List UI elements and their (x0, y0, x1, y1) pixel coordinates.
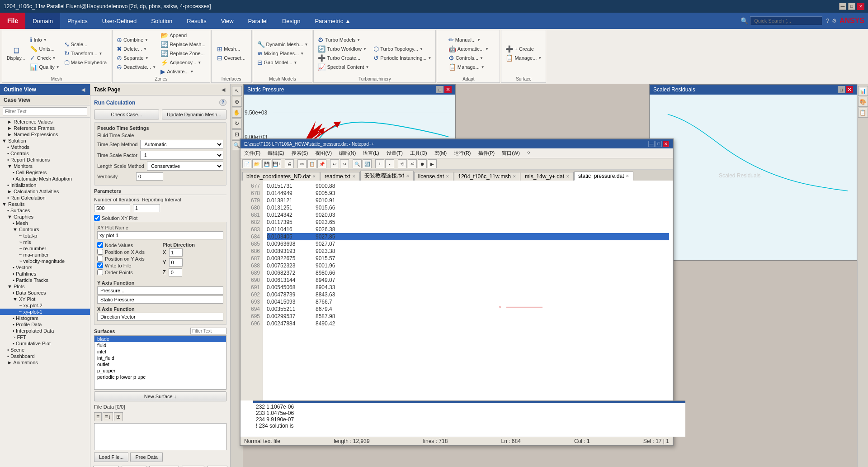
manage-button[interactable]: 📋 Manage... ▼ (447, 63, 490, 71)
transform-button[interactable]: ↻ Transform... ▼ (63, 49, 108, 57)
np-undo-btn[interactable]: ↩ (330, 159, 339, 168)
np-file-menu[interactable]: 文件(F) (241, 148, 264, 158)
tree-item-contours[interactable]: ▼ Contours (0, 226, 90, 233)
tree-item-fft[interactable]: ~ FFT (0, 334, 90, 340)
np-language-menu[interactable]: 语言(L) (359, 148, 382, 158)
zoom-tool[interactable]: ⊕ (232, 97, 242, 107)
manual-button[interactable]: ✏ Manual... ▼ (447, 36, 490, 44)
reporting-interval-input[interactable] (133, 204, 160, 212)
np-new-btn[interactable]: 📄 (242, 159, 251, 168)
y-dir-input[interactable] (169, 258, 183, 267)
xy-plot-name-input[interactable] (97, 231, 223, 239)
toolbar-grid-btn[interactable]: ⊞ (114, 412, 123, 421)
np-sync-btn[interactable]: ⟲ (398, 159, 407, 168)
solution-menu[interactable]: Solution (144, 13, 179, 29)
view-menu[interactable]: View (214, 13, 241, 29)
num-iterations-input[interactable] (94, 204, 130, 212)
np-close[interactable]: ✕ (663, 141, 669, 147)
deactivate-button[interactable]: ⊖ Deactivate... ▼ (115, 63, 157, 71)
tree-item-monitors[interactable]: ▼ Monitors (0, 163, 90, 169)
check-case-button[interactable]: Check Case... (94, 110, 159, 119)
right-tool-1[interactable]: 📊 (858, 86, 868, 96)
design-menu[interactable]: Design (275, 13, 307, 29)
replace-zone-button[interactable]: 🔄 Replace Zone... (159, 49, 207, 57)
np-minimize[interactable]: — (648, 141, 655, 147)
surface-fluid[interactable]: fluid (94, 342, 226, 348)
surface-outlet[interactable]: outlet (94, 361, 226, 367)
automatic-button[interactable]: 🤖 Automatic... ▼ (447, 45, 490, 53)
np-find-btn[interactable]: 🔍 (353, 159, 362, 168)
np-view-menu[interactable]: 视图(V) (311, 148, 335, 158)
np-zoom-in-btn[interactable]: + (375, 159, 384, 168)
surface-periodic[interactable]: periodic p lower p upc (94, 374, 226, 380)
tree-item-controls[interactable]: • Controls (0, 150, 90, 157)
tree-item-ma-number[interactable]: ~ ma-number (0, 252, 90, 258)
np-macro-rec-btn[interactable]: ⏺ (418, 159, 427, 168)
np-settings-menu[interactable]: 设置(T) (383, 148, 406, 158)
rotate-tool[interactable]: ↻ (232, 119, 242, 129)
node-values-checkbox[interactable] (97, 242, 103, 248)
task-info-button[interactable]: ? (219, 99, 226, 106)
static-pressure-button[interactable]: Static Pressure (97, 295, 223, 304)
load-file-button[interactable]: Load File... (94, 452, 128, 462)
sp-close-button[interactable]: ✕ (444, 86, 452, 93)
tree-item-run-calculation[interactable]: • Run Calculation (0, 195, 90, 201)
np-print-btn[interactable]: 🖨 (285, 159, 294, 168)
tree-item-histogram[interactable]: • Histogram (0, 315, 90, 321)
combine-button[interactable]: ⊕ Combine ▼ (115, 36, 157, 44)
np-help-menu[interactable]: ? (524, 149, 533, 157)
domain-menu[interactable]: Domain (25, 13, 60, 29)
np-zoom-out-btn[interactable]: - (385, 159, 394, 168)
tree-item-graphics[interactable]: ▼ Graphics (0, 214, 90, 220)
z-dir-input[interactable] (169, 268, 182, 276)
manage-surface-button[interactable]: 📋 Manage... ▼ (504, 54, 543, 62)
position-x-checkbox[interactable] (97, 249, 103, 255)
toolbar-list-btn[interactable]: ≡ (94, 412, 102, 421)
scale-button[interactable]: ⤡ Scale... (63, 40, 108, 48)
tree-item-solution[interactable]: ▼ Solution (0, 138, 90, 144)
pointer-tool[interactable]: ↖ (232, 86, 242, 96)
tree-item-plots[interactable]: ▼ Plots (0, 283, 90, 290)
np-tab-static-pressure[interactable]: static_pressure.dat ✕ (574, 172, 633, 181)
np-maximize[interactable]: □ (656, 141, 662, 147)
dynamic-mesh-button[interactable]: 🔧 Dynamic Mesh... ▼ (256, 40, 310, 48)
np-redo-btn[interactable]: ↪ (340, 159, 349, 168)
overset-button[interactable]: ⊟ Overset... (216, 54, 247, 62)
surface-inlet[interactable]: inlet (94, 348, 226, 355)
np-macro-play-btn[interactable]: ▶ (428, 159, 437, 168)
tree-item-initialization[interactable]: • Initialization (0, 182, 90, 188)
separate-button[interactable]: ⊘ Separate ▼ (115, 54, 157, 62)
tree-item-total-p[interactable]: ~ total-p (0, 233, 90, 239)
np-save-all-btn[interactable]: 💾+ (272, 159, 281, 168)
right-tool-2[interactable]: 🎨 (858, 97, 868, 107)
tree-item-profile-data[interactable]: • Profile Data (0, 321, 90, 328)
tree-item-mesh[interactable]: • Mesh (0, 220, 90, 226)
tree-item-surfaces[interactable]: • Surfaces (0, 207, 90, 214)
x-dir-input[interactable] (169, 248, 183, 257)
np-plugins-menu[interactable]: 插件(P) (475, 148, 499, 158)
np-tab-blade[interactable]: blade_coordinates_ND.dat ✕ (242, 172, 320, 181)
sp-square-button[interactable]: □ (436, 86, 443, 93)
np-edit-menu[interactable]: 编辑(E) (264, 148, 288, 158)
quality-button[interactable]: 📊 Quality ▼ (28, 63, 61, 71)
tree-item-calculation-activities[interactable]: ► Calculation Activities (0, 188, 90, 195)
replace-mesh-button[interactable]: 🔄 Replace Mesh... (159, 40, 207, 48)
np-run-menu[interactable]: 运行(R) (450, 148, 474, 158)
maximize-button[interactable]: □ (848, 3, 855, 10)
write-to-file-checkbox[interactable] (97, 262, 103, 268)
surface-p-upper[interactable]: p_upper (94, 367, 226, 374)
file-menu[interactable]: File (0, 13, 25, 29)
append-button[interactable]: 📂 Append (159, 31, 207, 39)
time-scale-factor-input[interactable]: 1 (140, 151, 223, 160)
pree-data-button[interactable]: Pree Data (130, 452, 163, 462)
create-surface-button[interactable]: ➕ + Create (504, 45, 543, 53)
turbo-create-button[interactable]: ➕ Turbo Create... (316, 54, 370, 62)
np-cut-btn[interactable]: ✂ (297, 159, 307, 168)
order-points-checkbox[interactable] (97, 269, 103, 275)
solution-xy-checkbox[interactable] (94, 215, 100, 221)
display-button[interactable]: 🖥 Display... (5, 45, 27, 62)
np-tools-menu[interactable]: 工具(O) (406, 148, 431, 158)
tree-item-xy-plot-1[interactable]: ~ xy-plot-1 (0, 309, 90, 315)
tree-item-cell-registers[interactable]: • Cell Registers (0, 169, 90, 176)
controls-button[interactable]: ⚙ Controls... ▼ (447, 54, 490, 62)
